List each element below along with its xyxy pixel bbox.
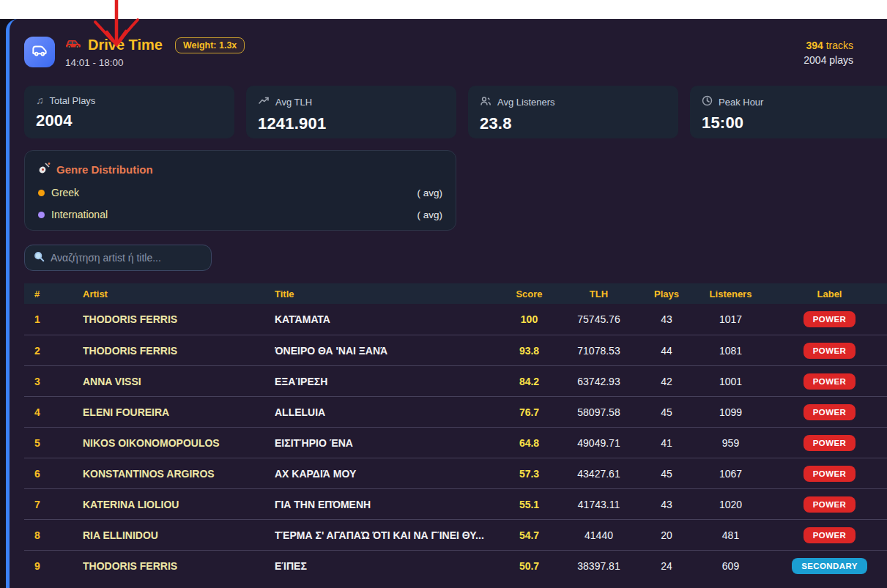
table-row[interactable]: 7 KATERINA LIOLIOU ΓΙΑ ΤΗΝ ΕΠΌΜΕΝΗ 55.1 … (24, 488, 887, 519)
search-input[interactable] (51, 252, 202, 264)
stat-value: 1241.901 (258, 114, 445, 133)
table-row[interactable]: 9 THODORIS FERRIS ΕΊΠΕΣ 50.7 38397.81 24… (24, 550, 887, 581)
cell-tlh: 49049.71 (560, 437, 637, 449)
stat-card: Avg TLH 1241.901 (246, 86, 456, 138)
stat-card: ♫ Total Plays 2004 (24, 86, 234, 138)
cell-rank: 7 (24, 499, 83, 510)
cell-plays: 24 (637, 560, 696, 572)
cell-rank: 5 (24, 437, 83, 449)
table-row[interactable]: 8 RIA ELLINIDOU ΤΈΡΜΑ Σ' ΑΓΑΠΑΏ ΌΤΙ ΚΑΙ … (24, 519, 887, 550)
cell-score: 64.8 (498, 437, 560, 449)
time-range: 14:01 - 18:00 (65, 57, 245, 68)
table-row[interactable]: 4 ELENI FOUREIRA ALLELUIA 76.7 58097.58 … (24, 396, 887, 427)
cell-score: 50.7 (498, 560, 560, 572)
stat-value: 2004 (36, 111, 223, 130)
cell-plays: 20 (637, 529, 696, 541)
table-row[interactable]: 5 NIKOS OIKONOMOPOULOS ΕΙΣΙΤΉΡΙΟ ΈΝΑ 64.… (24, 427, 887, 458)
cell-artist: NIKOS OIKONOMOPOULOS (83, 437, 275, 449)
cell-listeners: 959 (696, 437, 765, 449)
col-label[interactable]: Label (765, 289, 887, 299)
table-row[interactable]: 1 THODORIS FERRIS ΚΑΤΆΜΑΤΑ 100 75745.76 … (24, 304, 887, 335)
cell-artist: ELENI FOUREIRA (83, 406, 275, 418)
stat-card: Peak Hour 15:00 (690, 86, 887, 138)
cell-title: ΤΈΡΜΑ Σ' ΑΓΑΠΑΏ ΌΤΙ ΚΑΙ ΝΑ ΓΊΝΕΙ ΘΥ... (275, 529, 498, 541)
cell-artist: RIA ELLINIDOU (83, 529, 275, 541)
stat-label: Total Plays (50, 95, 96, 106)
cell-score: 84.2 (498, 376, 560, 387)
label-badge: POWER (804, 435, 856, 451)
van-icon (30, 41, 49, 63)
guitar-icon (38, 162, 51, 176)
tracks-table: # Artist Title Score TLH Plays Listeners… (24, 283, 887, 581)
panel-header: Drive Time Weight: 1.3x 14:01 - 18:00 39… (24, 37, 874, 68)
daypart-title: Drive Time (88, 37, 163, 53)
col-title[interactable]: Title (275, 289, 498, 299)
cell-listeners: 609 (696, 560, 765, 572)
cell-tlh: 63742.93 (560, 376, 637, 387)
cell-plays: 43 (637, 499, 696, 510)
cell-listeners: 1081 (696, 345, 765, 357)
cell-title: ΕΊΠΕΣ (275, 560, 498, 572)
label-badge: POWER (804, 496, 856, 513)
label-badge: POWER (804, 311, 856, 327)
search-box[interactable] (24, 245, 212, 271)
label-badge: POWER (804, 527, 856, 543)
cell-rank: 4 (24, 406, 83, 418)
cell-artist: KATERINA LIOLIOU (83, 499, 275, 510)
label-badge: POWER (804, 373, 856, 390)
stat-value: 15:00 (702, 113, 887, 133)
cell-score: 55.1 (498, 499, 560, 510)
table-header-row: # Artist Title Score TLH Plays Listeners… (24, 283, 887, 304)
col-plays[interactable]: Plays (637, 289, 696, 299)
label-badge: POWER (804, 404, 856, 420)
col-listeners[interactable]: Listeners (696, 289, 765, 299)
cell-artist: THODORIS FERRIS (83, 560, 275, 572)
genre-distribution-box: Genre Distribution Greek ( avg) Internat… (24, 150, 456, 231)
cell-rank: 8 (24, 529, 83, 541)
cell-artist: KONSTANTINOS ARGIROS (83, 468, 275, 480)
genre-title: Genre Distribution (56, 163, 153, 176)
cell-title: ΚΑΤΆΜΑΤΑ (275, 313, 498, 325)
cell-listeners: 1067 (696, 468, 765, 480)
cell-listeners: 1001 (696, 376, 765, 387)
table-row[interactable]: 6 KONSTANTINOS ARGIROS ΑΧ ΚΑΡΔΙΆ ΜΟΥ 57.… (24, 458, 887, 488)
table-row[interactable]: 3 ANNA VISSI ΕΞΑΊΡΕΣΗ 84.2 63742.93 42 1… (24, 365, 887, 396)
genre-avg: ( avg) (417, 187, 442, 198)
col-artist[interactable]: Artist (83, 289, 275, 299)
plays-summary: 2004 plays (804, 54, 853, 66)
cell-rank: 3 (24, 376, 83, 387)
cell-plays: 41 (637, 437, 696, 449)
label-badge: SECONDARY (792, 558, 867, 574)
cell-rank: 2 (24, 345, 83, 357)
weight-badge: Weight: 1.3x (175, 37, 245, 53)
col-rank[interactable]: # (24, 289, 83, 299)
search-icon (34, 251, 45, 265)
cell-title: ΑΧ ΚΑΡΔΙΆ ΜΟΥ (275, 468, 498, 480)
cell-score: 76.7 (498, 406, 560, 418)
cell-score: 54.7 (498, 529, 560, 541)
col-score[interactable]: Score (498, 289, 560, 299)
cell-score: 93.8 (498, 345, 560, 357)
cell-tlh: 38397.81 (560, 560, 637, 572)
label-badge: POWER (804, 466, 856, 482)
genre-dot (38, 190, 45, 196)
cell-title: ΕΞΑΊΡΕΣΗ (275, 376, 498, 387)
cell-title: ALLELUIA (275, 406, 498, 418)
car-icon (65, 38, 81, 52)
cell-plays: 44 (637, 345, 696, 357)
cell-plays: 42 (637, 376, 696, 387)
label-badge: POWER (804, 343, 856, 359)
col-tlh[interactable]: TLH (560, 289, 637, 299)
table-row[interactable]: 2 THODORIS FERRIS ΌΝΕΙΡΟ ΘΑ 'ΝΑΙ ΞΑΝΆ 93… (24, 335, 887, 365)
cell-artist: THODORIS FERRIS (83, 345, 275, 357)
cell-rank: 1 (24, 313, 83, 325)
cell-tlh: 41743.11 (560, 499, 637, 510)
cell-score: 57.3 (498, 468, 560, 480)
genre-avg: ( avg) (417, 209, 442, 220)
cell-tlh: 71078.53 (560, 345, 637, 357)
genre-name: Greek (51, 187, 79, 198)
cell-title: ΌΝΕΙΡΟ ΘΑ 'ΝΑΙ ΞΑΝΆ (275, 345, 498, 357)
daypart-avatar (24, 37, 55, 67)
cell-tlh: 58097.58 (560, 406, 637, 418)
stats-grid: ♫ Total Plays 2004 Avg TLH 1241.901 Avg … (24, 86, 887, 138)
